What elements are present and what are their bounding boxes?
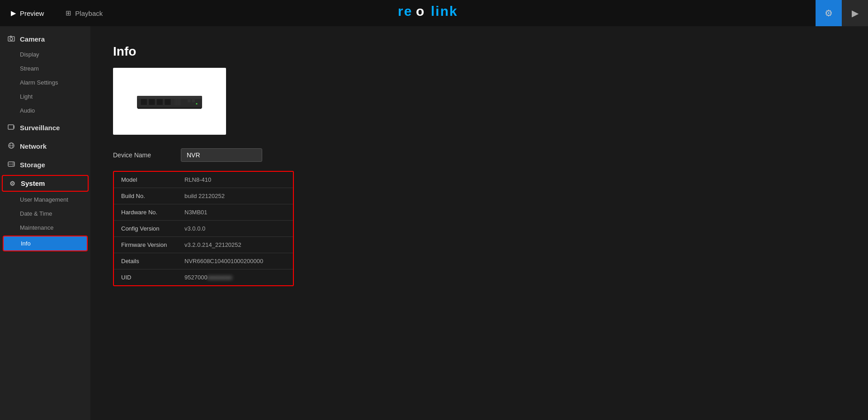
build-no-row: Build No. build 22120252 [114,188,293,204]
sidebar-item-date-time[interactable]: Date & Time [0,207,90,221]
device-name-row: Device Name [113,148,845,162]
details-value: NVR6608C104001000200000 [184,258,263,264]
preview-nav-item[interactable]: ▶ Preview [0,0,55,26]
settings-icon: ⚙ [825,8,833,19]
svg-point-14 [13,165,14,166]
uid-row: UID 9527000●●●●●●● [114,269,293,285]
storage-icon [7,161,15,169]
model-value: RLN8-410 [184,176,211,183]
hardware-no-label: Hardware No. [121,209,184,216]
sidebar-item-maintenance[interactable]: Maintenance [0,221,90,235]
storage-section-header[interactable]: Storage [0,156,90,173]
sidebar-item-info[interactable]: Info [3,236,88,251]
main-layout: Camera Display Stream Alarm Settings Lig… [0,26,868,420]
svg-rect-17 [138,108,202,109]
exit-button[interactable]: ▶ [842,0,868,26]
storage-label: Storage [20,161,45,169]
preview-icon: ▶ [11,9,16,17]
page-title: Info [113,44,845,59]
svg-point-4 [10,38,13,40]
surveillance-label: Surveillance [20,124,60,132]
sidebar-item-audio[interactable]: Audio [0,104,90,118]
svg-rect-16 [137,96,202,99]
logo: re o link [398,3,470,23]
svg-text:re: re [398,4,412,19]
system-label: System [21,179,45,187]
details-row: Details NVR6608C104001000200000 [114,253,293,269]
uid-blurred: ●●●●●●● [208,274,232,281]
camera-icon [7,35,15,43]
svg-point-13 [13,163,14,164]
surveillance-icon [7,124,15,132]
uid-label: UID [121,274,184,281]
build-no-value: build 22120252 [184,193,225,199]
model-row: Model RLN8-410 [114,172,293,188]
device-name-label: Device Name [113,151,172,159]
firmware-version-row: Firmware Version v3.2.0.214_22120252 [114,237,293,253]
uid-value: 9527000●●●●●●● [184,274,232,281]
sidebar-item-alarm-settings[interactable]: Alarm Settings [0,76,90,90]
sidebar-item-stream[interactable]: Stream [0,61,90,76]
device-image-container [113,68,226,135]
svg-rect-21 [165,99,171,105]
svg-rect-6 [8,125,14,129]
build-no-label: Build No. [121,193,184,199]
svg-point-30 [196,103,197,104]
playback-icon: ⊞ [66,9,71,17]
config-version-row: Config Version v3.0.0.0 [114,221,293,237]
playback-nav-item[interactable]: ⊞ Playback [55,0,113,26]
sidebar-item-light[interactable]: Light [0,90,90,104]
svg-rect-19 [149,99,155,105]
svg-rect-5 [10,36,12,37]
network-section: Network [0,138,90,155]
hardware-no-row: Hardware No. N3MB01 [114,204,293,221]
header-nav: ▶ Preview ⊞ Playback [0,0,113,26]
config-version-value: v3.0.0.0 [184,225,205,232]
svg-text:link: link [431,4,458,19]
hardware-no-value: N3MB01 [184,209,208,216]
camera-label: Camera [20,35,45,43]
svg-text:o: o [416,4,425,19]
svg-rect-22 [188,99,190,102]
device-name-input[interactable] [181,148,262,162]
header: ▶ Preview ⊞ Playback re o link ⚙ ▶ [0,0,868,26]
svg-rect-20 [156,99,163,105]
content-area: Info [90,26,868,420]
sidebar-item-display[interactable]: Display [0,47,90,61]
camera-section: Camera Display Stream Alarm Settings Lig… [0,31,90,118]
details-label: Details [121,258,184,264]
firmware-version-value: v3.2.0.214_22120252 [184,241,241,248]
info-table: Model RLN8-410 Build No. build 22120252 … [113,171,294,286]
settings-button[interactable]: ⚙ [816,0,842,26]
exit-icon: ▶ [852,8,859,19]
system-icon: ⚙ [8,180,16,187]
firmware-version-label: Firmware Version [121,241,184,248]
header-right: ⚙ ▶ [816,0,868,26]
svg-rect-23 [192,99,195,102]
svg-rect-18 [141,99,147,105]
network-section-header[interactable]: Network [0,138,90,155]
sidebar-item-user-management[interactable]: User Management [0,193,90,207]
system-section-header[interactable]: ⚙ System [2,175,89,192]
model-label: Model [121,176,184,183]
storage-section: Storage [0,156,90,173]
system-section: ⚙ System User Management Date & Time Mai… [0,175,90,251]
surveillance-section: Surveillance [0,119,90,136]
playback-label: Playback [75,9,103,17]
config-version-label: Config Version [121,225,184,232]
preview-label: Preview [20,9,44,17]
sidebar: Camera Display Stream Alarm Settings Lig… [0,26,90,420]
network-label: Network [20,142,47,150]
device-image [133,88,206,115]
camera-section-header[interactable]: Camera [0,31,90,47]
network-icon [7,142,15,150]
surveillance-section-header[interactable]: Surveillance [0,119,90,136]
